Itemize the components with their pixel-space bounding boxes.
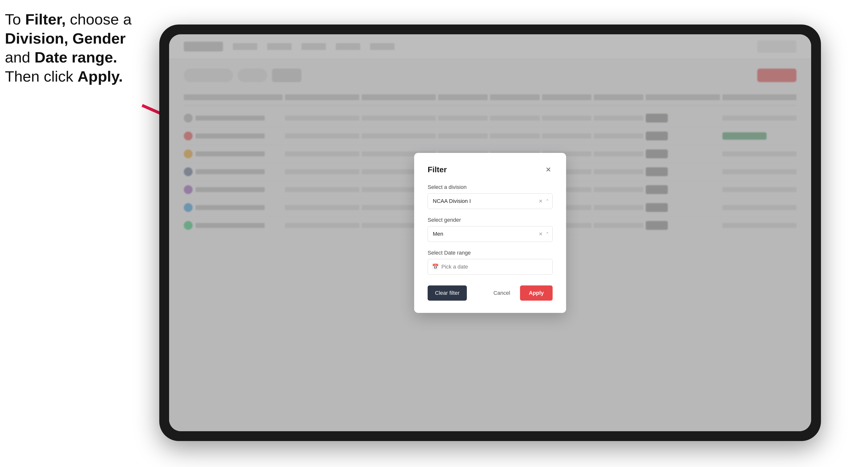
date-label: Select Date range [428, 250, 553, 256]
date-input-wrapper[interactable]: 📅 [428, 259, 553, 275]
modal-title: Filter [428, 165, 447, 174]
date-form-group: Select Date range 📅 [428, 250, 553, 275]
apply-button[interactable]: Apply [520, 285, 553, 301]
cancel-button[interactable]: Cancel [488, 285, 515, 301]
clear-filter-button[interactable]: Clear filter [428, 285, 467, 301]
date-input[interactable] [428, 259, 553, 275]
instruction-line2: Division, Gender [5, 30, 126, 47]
gender-chevron-icon[interactable]: ⌃ [546, 231, 549, 237]
instruction-line3: and Date range. [5, 49, 117, 66]
tablet-frame: Filter ✕ Select a division NCAA Division… [159, 25, 821, 441]
division-chevron-icon[interactable]: ⌃ [546, 198, 549, 204]
division-clear-icon[interactable]: ✕ [539, 198, 543, 204]
modal-close-button[interactable]: ✕ [544, 165, 553, 174]
modal-overlay: Filter ✕ Select a division NCAA Division… [169, 34, 811, 431]
gender-form-group: Select gender Men Women Mixed ✕ ⌃ [428, 217, 553, 242]
gender-select[interactable]: Men Women Mixed [428, 226, 553, 242]
gender-label: Select gender [428, 217, 553, 223]
modal-footer: Clear filter Cancel Apply [428, 285, 553, 301]
instruction-line4: Then click Apply. [5, 68, 123, 85]
division-form-group: Select a division NCAA Division I NCAA D… [428, 184, 553, 209]
instruction-text: To Filter, choose a Division, Gender and… [5, 10, 147, 86]
filter-modal: Filter ✕ Select a division NCAA Division… [414, 153, 566, 313]
instruction-line1: To Filter, choose a [5, 11, 132, 28]
modal-header: Filter ✕ [428, 165, 553, 174]
gender-select-wrapper[interactable]: Men Women Mixed ✕ ⌃ [428, 226, 553, 242]
tablet-screen: Filter ✕ Select a division NCAA Division… [169, 34, 811, 431]
gender-clear-icon[interactable]: ✕ [539, 231, 543, 237]
division-select[interactable]: NCAA Division I NCAA Division II NCAA Di… [428, 193, 553, 209]
calendar-icon: 📅 [432, 263, 439, 270]
footer-right: Cancel Apply [488, 285, 553, 301]
division-label: Select a division [428, 184, 553, 190]
division-select-wrapper[interactable]: NCAA Division I NCAA Division II NCAA Di… [428, 193, 553, 209]
